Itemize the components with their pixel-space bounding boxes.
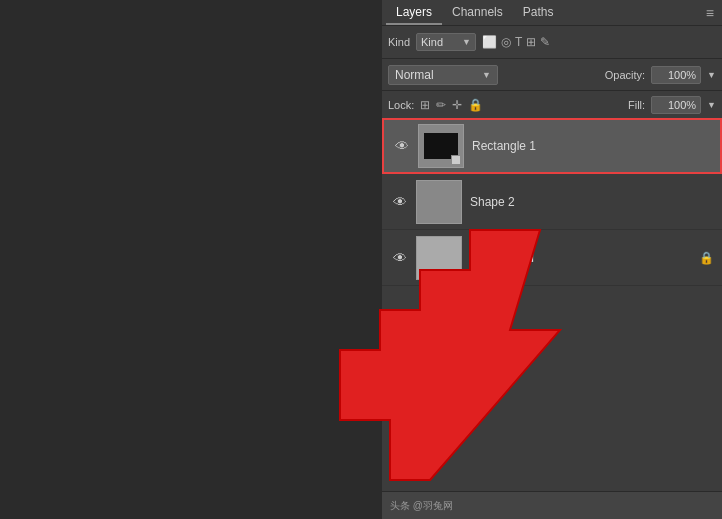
kind-row: Kind Kind ▼ ⬜ ◎ T ⊞ ✎ (382, 26, 722, 58)
kind-icon-pixel[interactable]: ⬜ (482, 35, 497, 49)
blend-mode-dropdown[interactable]: Normal ▼ (388, 65, 498, 85)
layer-item-rectangle1[interactable]: 👁 Rectangle 1 (382, 118, 722, 174)
fill-input[interactable]: 100% (651, 96, 701, 114)
fill-arrow: ▼ (707, 100, 716, 110)
kind-label: Kind (388, 36, 410, 48)
panel-footer: 头条 @羽兔网 (382, 491, 722, 519)
lock-transparent-icon[interactable]: ⊞ (420, 98, 430, 112)
kind-dropdown-arrow: ▼ (462, 37, 471, 47)
lock-fill-row: Lock: ⊞ ✏ ✛ 🔒 Fill: 100% ▼ (382, 90, 722, 118)
opacity-input[interactable]: 100% (651, 66, 701, 84)
opacity-arrow: ▼ (707, 70, 716, 80)
eye-icon-background: 👁 (393, 250, 407, 266)
kind-icon-smart[interactable]: ✎ (540, 35, 550, 49)
layer-visibility-background[interactable]: 👁 (390, 248, 410, 268)
lock-all-icon[interactable]: 🔒 (468, 98, 483, 112)
kind-dropdown[interactable]: Kind ▼ (416, 33, 476, 51)
lock-position-icon[interactable]: ✛ (452, 98, 462, 112)
lock-brush-icon[interactable]: ✏ (436, 98, 446, 112)
tab-paths[interactable]: Paths (513, 1, 564, 25)
layer-thumb-background (416, 236, 462, 280)
layer-visibility-shape2[interactable]: 👁 (390, 192, 410, 212)
layers-panel: Layers Channels Paths ≡ Kind Kind ▼ ⬜ ◎ … (382, 0, 722, 519)
panel-menu-icon[interactable]: ≡ (702, 5, 718, 21)
lock-icons: ⊞ ✏ ✛ 🔒 (420, 98, 483, 112)
tab-channels[interactable]: Channels (442, 1, 513, 25)
eye-icon-shape2: 👁 (393, 194, 407, 210)
footer-text: 头条 @羽兔网 (390, 499, 453, 513)
fill-label: Fill: (628, 99, 645, 111)
kind-icon-shape[interactable]: ⊞ (526, 35, 536, 49)
blend-dropdown-arrow: ▼ (482, 70, 491, 80)
kind-icon-type[interactable]: T (515, 35, 522, 49)
panel-tabs: Layers Channels Paths ≡ (382, 0, 722, 26)
tab-layers[interactable]: Layers (386, 1, 442, 25)
blend-opacity-row: Normal ▼ Opacity: 100% ▼ (382, 58, 722, 90)
layer-name-shape2: Shape 2 (470, 195, 515, 209)
lock-label: Lock: (388, 99, 414, 111)
layer-item-shape2[interactable]: 👁 Shape 2 (382, 174, 722, 230)
layer-thumb-shape2 (416, 180, 462, 224)
layer-lock-icon: 🔒 (699, 251, 714, 265)
kind-icon-adjust[interactable]: ◎ (501, 35, 511, 49)
layers-list: 👁 Rectangle 1 👁 Shape 2 👁 Background (382, 118, 722, 491)
layer-item-background[interactable]: 👁 Background 🔒 (382, 230, 722, 286)
thumb-shape-badge (451, 155, 461, 165)
layer-name-background: Background (470, 251, 534, 265)
canvas-area (0, 0, 382, 519)
eye-icon-rectangle1: 👁 (395, 138, 409, 154)
layer-visibility-rectangle1[interactable]: 👁 (392, 136, 412, 156)
layer-name-rectangle1: Rectangle 1 (472, 139, 536, 153)
opacity-label: Opacity: (605, 69, 645, 81)
kind-icons: ⬜ ◎ T ⊞ ✎ (482, 35, 550, 49)
layer-thumb-rectangle1 (418, 124, 464, 168)
